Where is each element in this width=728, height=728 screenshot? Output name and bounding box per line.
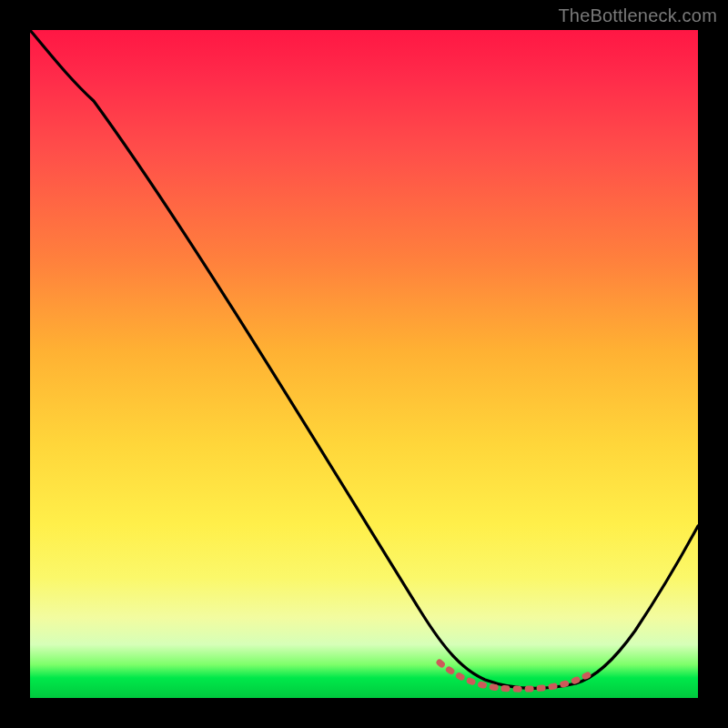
watermark-text: TheBottleneck.com [558, 5, 717, 26]
plot-area [30, 30, 698, 698]
chart-frame: TheBottleneck.com [0, 0, 728, 728]
bottleneck-curve-svg [30, 30, 698, 698]
bottleneck-curve-line [30, 30, 698, 688]
